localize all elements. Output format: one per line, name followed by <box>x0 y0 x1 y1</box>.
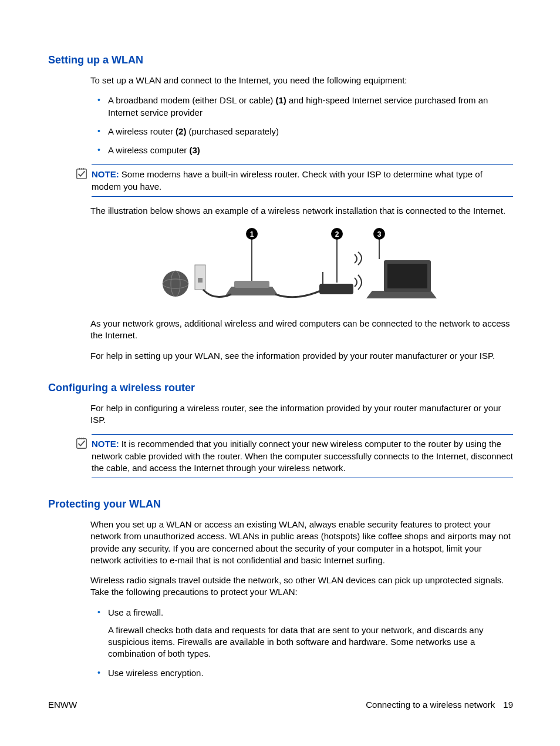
svg-rect-14 <box>198 278 203 283</box>
list-item: Use wireless encryption. <box>108 667 513 679</box>
illustration-intro: The illustration below shows an example … <box>90 205 513 217</box>
note-text: It is recommended that you initially con… <box>92 439 513 473</box>
note-block: NOTE: It is recommended that you initial… <box>92 434 513 478</box>
list-item: A wireless computer (3) <box>108 145 513 156</box>
svg-text:1: 1 <box>250 230 254 238</box>
svg-rect-0 <box>77 169 87 179</box>
intro-text: To set up a WLAN and connect to the Inte… <box>90 75 513 86</box>
svg-text:2: 2 <box>335 230 339 238</box>
network-illustration: 1 2 3 <box>161 225 443 307</box>
svg-text:3: 3 <box>377 230 382 238</box>
svg-point-10 <box>163 271 188 297</box>
section-body: For help in configuring a wireless route… <box>90 402 513 426</box>
list-item: A broadband modem (either DSL or cable) … <box>108 95 513 119</box>
note-icon <box>75 167 88 180</box>
section-body: The illustration below shows an example … <box>90 205 513 362</box>
note-label: NOTE: <box>92 169 119 179</box>
heading-protecting-wlan: Protecting your WLAN <box>48 498 513 510</box>
svg-rect-16 <box>319 284 353 294</box>
svg-rect-13 <box>195 265 205 290</box>
equipment-list: A broadband modem (either DSL or cable) … <box>90 95 513 156</box>
svg-rect-19 <box>387 264 427 288</box>
document-page: Setting up a WLAN To set up a WLAN and c… <box>0 0 560 746</box>
note-icon <box>75 437 88 450</box>
svg-rect-20 <box>77 439 87 449</box>
footer-right: Connecting to a wireless network19 <box>366 700 513 710</box>
grow-text: As your network grows, additional wirele… <box>90 318 513 342</box>
list-item: A wireless router (2) (purchased separat… <box>108 126 513 137</box>
page-footer: ENWW Connecting to a wireless network19 <box>48 700 513 710</box>
section-body: When you set up a WLAN or access an exis… <box>90 519 513 679</box>
heading-configuring-router: Configuring a wireless router <box>48 382 513 394</box>
protect-list: Use a firewall. A firewall checks both d… <box>90 607 513 679</box>
list-item: Use a firewall. A firewall checks both d… <box>108 607 513 660</box>
heading-setting-up-wlan: Setting up a WLAN <box>48 54 513 66</box>
svg-rect-15 <box>234 281 269 288</box>
note-label: NOTE: <box>92 439 119 449</box>
router-intro: For help in configuring a wireless route… <box>90 402 513 426</box>
section-body: To set up a WLAN and connect to the Inte… <box>90 75 513 156</box>
protect-p2: Wireless radio signals travel outside th… <box>90 574 513 599</box>
help-text: For help in setting up your WLAN, see th… <box>90 350 513 362</box>
footer-left: ENWW <box>48 700 77 710</box>
note-block: NOTE: Some modems have a built-in wirele… <box>92 164 513 197</box>
protect-p1: When you set up a WLAN or access an exis… <box>90 519 513 566</box>
